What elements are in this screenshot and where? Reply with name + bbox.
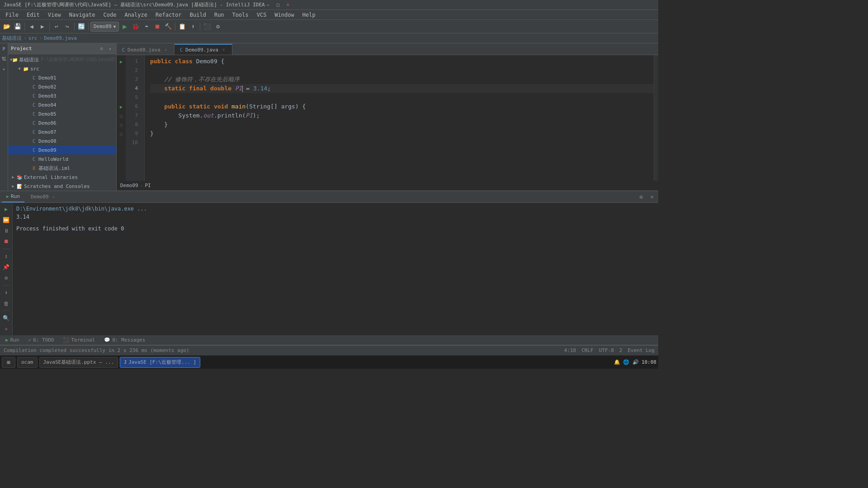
nav-path-file[interactable]: Demo09.java	[44, 35, 77, 41]
search-output-button[interactable]: 🔍	[2, 314, 11, 323]
menu-navigate[interactable]: Navigate	[66, 11, 99, 19]
tab-demo09-close[interactable]: ×	[221, 47, 226, 52]
stop-run-button[interactable]: ⏹	[2, 237, 11, 246]
start-button[interactable]: ⊞	[2, 357, 15, 368]
taskbar-pptx[interactable]: JavaSE基础语法.pptx – ...	[39, 357, 118, 368]
tree-item-demo02[interactable]: ▶ C Demo02	[8, 82, 116, 91]
tool-tab-run[interactable]: ▶ Run	[2, 336, 23, 345]
forward-button[interactable]: ▶	[38, 22, 47, 32]
tree-item-iml[interactable]: ▶ X 基础语法.iml	[8, 164, 116, 173]
nav-path-src[interactable]: src	[28, 35, 38, 41]
taskbar-ocam[interactable]: ocam	[17, 357, 38, 368]
tree-item-demo09[interactable]: ▶ C Demo09	[8, 145, 116, 155]
menu-refactor[interactable]: Refactor	[152, 11, 185, 19]
menu-run[interactable]: Run	[211, 11, 228, 19]
breadcrumb-class[interactable]: Demo09	[120, 183, 138, 188]
menu-analyze[interactable]: Analyze	[121, 11, 151, 19]
indent-indicator[interactable]: 2	[619, 347, 623, 353]
breakpoint-line7[interactable]: ○	[117, 120, 126, 129]
run-gutter-line1[interactable]: ▶	[117, 57, 126, 66]
terminal-button[interactable]: ⬛	[202, 22, 212, 32]
pin-tab-button[interactable]: 📌	[2, 263, 11, 272]
encoding-indicator[interactable]: UTF-8	[599, 347, 614, 353]
taskbar-javase[interactable]: J JavaSE [F:\近极管理... ]	[120, 357, 200, 368]
run-gutter-line6[interactable]: ▶	[117, 102, 126, 111]
demo09-tab-close[interactable]: ×	[52, 195, 55, 199]
project-gear-icon[interactable]: ⚙	[98, 45, 105, 52]
close-run-button[interactable]: ✕	[2, 324, 11, 333]
stop-button[interactable]: ⏹	[152, 22, 162, 32]
tool-tab-todo-icon: ✓	[28, 337, 32, 343]
tree-item-extlibs[interactable]: ▶ 📚 External Libraries	[8, 173, 116, 182]
nav-path-module[interactable]: 基础语法	[2, 35, 22, 42]
tab-demo08[interactable]: C Demo08.java ×	[117, 44, 175, 55]
tree-item-scratches[interactable]: ▶ 📝 Scratches and Consoles	[8, 182, 116, 191]
tree-item-demo01[interactable]: ▶ C Demo01	[8, 73, 116, 82]
tree-item-demo07[interactable]: ▶ C Demo07	[8, 127, 116, 136]
menu-help[interactable]: Help	[299, 11, 319, 19]
menu-window[interactable]: Window	[271, 11, 297, 19]
tree-item-demo05[interactable]: ▶ C Demo05	[8, 109, 116, 118]
tab-demo08-close[interactable]: ×	[163, 47, 169, 52]
menu-build[interactable]: Build	[186, 11, 210, 19]
project-collapse-icon[interactable]: ◂	[106, 45, 113, 52]
undo-button[interactable]: ↩	[52, 22, 61, 32]
tree-item-demo08[interactable]: ▶ C Demo08	[8, 136, 116, 145]
tree-item-src[interactable]: ▼ 📁 src	[8, 64, 116, 73]
tree-item-demo04[interactable]: ▶ C Demo04	[8, 100, 116, 109]
step-over-button[interactable]: ⏩	[2, 216, 11, 225]
bottom-tab-demo09[interactable]: Demo09 ×	[26, 192, 59, 202]
run-button[interactable]: ▶	[120, 22, 130, 32]
settings-button[interactable]: ⚙	[213, 22, 223, 32]
breadcrumb-member[interactable]: PI	[145, 183, 151, 188]
rerun-button[interactable]: ▶	[2, 205, 11, 214]
tree-item-root[interactable]: ▼ 📁 基础语法 F:\近极管理\网课班\代码\JavaSE\基础语法	[8, 55, 116, 64]
minimize-button[interactable]: –	[265, 2, 271, 8]
bottom-tab-run[interactable]: ▶ Run	[2, 192, 24, 202]
breakpoint-line8[interactable]: ○	[117, 129, 126, 138]
menu-view[interactable]: View	[44, 11, 65, 19]
structure-icon[interactable]: 🏗	[0, 55, 8, 62]
code-editor[interactable]: public class Demo09 { // 修饰符，不存在先后顺序 sta…	[145, 55, 654, 181]
back-button[interactable]: ◀	[27, 22, 37, 32]
clear-console-button[interactable]: 🗑	[2, 299, 11, 308]
build-button[interactable]: 🔨	[163, 22, 173, 32]
run-config-dropdown[interactable]: Demo09 ▼	[90, 22, 119, 32]
breakpoint-line6[interactable]: ○	[117, 111, 126, 120]
close-panel-button[interactable]: ×	[647, 192, 656, 202]
settings-run-button[interactable]: ⚙	[2, 273, 11, 282]
tree-item-helloworld[interactable]: ▶ C HelloWorld	[8, 155, 116, 164]
pause-button[interactable]: ⏸	[2, 226, 11, 235]
open-button[interactable]: 📂	[2, 22, 12, 32]
menu-code[interactable]: Code	[100, 11, 120, 19]
coverage-button[interactable]: ☂	[142, 22, 151, 32]
redo-button[interactable]: ↪	[62, 22, 72, 32]
scroll-console-button[interactable]: ⬇	[2, 288, 11, 297]
tree-item-demo03[interactable]: ▶ C Demo03	[8, 91, 116, 100]
tool-tab-terminal[interactable]: ⬛ Terminal	[59, 336, 99, 345]
project-icon[interactable]: P	[0, 45, 8, 52]
tool-tab-messages[interactable]: 💬 0: Messages	[100, 336, 149, 345]
maximize-button[interactable]: □	[275, 2, 281, 8]
settings-panel-button[interactable]: ⚙	[637, 192, 646, 202]
close-button[interactable]: ×	[285, 2, 291, 8]
favorites-icon[interactable]: ★	[0, 65, 8, 72]
menu-file[interactable]: File	[2, 11, 22, 19]
line-col-indicator[interactable]: 4:18	[564, 347, 576, 353]
menu-vcs[interactable]: VCS	[253, 11, 270, 19]
save-button[interactable]: 💾	[13, 22, 23, 32]
line-ending-indicator[interactable]: CRLF	[581, 347, 594, 353]
restore-layout-button[interactable]: ↕	[2, 252, 11, 261]
menu-tools[interactable]: Tools	[229, 11, 252, 19]
gutter-line9	[117, 138, 126, 147]
event-log-link[interactable]: Event Log	[627, 347, 655, 353]
commit-button[interactable]: 📋	[177, 22, 187, 32]
separator-run	[3, 249, 10, 249]
sync-button[interactable]: 🔄	[76, 22, 86, 32]
menu-edit[interactable]: Edit	[23, 11, 43, 19]
tool-tab-todo[interactable]: ✓ 6: TODO	[25, 336, 58, 345]
tab-demo09[interactable]: C Demo09.java ×	[175, 44, 232, 55]
push-button[interactable]: ⬆	[188, 22, 198, 32]
debug-button[interactable]: 🐞	[131, 22, 141, 32]
tree-item-demo06[interactable]: ▶ C Demo06	[8, 118, 116, 127]
